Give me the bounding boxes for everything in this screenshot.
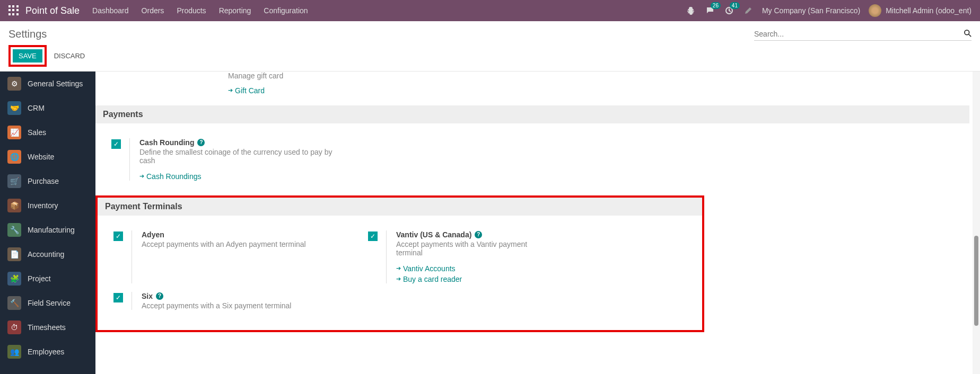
sidebar-item-crm[interactable]: 🤝 CRM	[0, 96, 95, 120]
sidebar-item-website[interactable]: 🌐 Website	[0, 145, 95, 169]
apps-icon[interactable]	[8, 5, 19, 16]
search-box[interactable]	[754, 28, 972, 41]
vantiv-checkbox[interactable]: ✓	[368, 231, 378, 241]
settings-content: Manage gift card Gift Card Payments ✓ Ca…	[95, 72, 980, 374]
debug-icon[interactable]	[686, 5, 696, 16]
tools-icon[interactable]	[743, 5, 754, 16]
puzzle-icon: 🧩	[7, 272, 21, 286]
service-icon: 🔨	[7, 296, 21, 310]
discard-button[interactable]: DISCARD	[49, 45, 91, 67]
sidebar-item-label: Inventory	[28, 201, 58, 210]
box-icon: 📦	[7, 199, 21, 212]
chat-icon[interactable]: 26	[705, 5, 715, 16]
top-navbar: Point of Sale Dashboard Orders Products …	[0, 0, 980, 21]
nav-dashboard[interactable]: Dashboard	[92, 6, 129, 15]
avatar	[869, 4, 881, 17]
terminals-section-header: Payment Terminals	[98, 198, 702, 216]
sidebar-item-employees[interactable]: 👥 Employees	[0, 340, 95, 364]
setting-six: ✓ Six ? Accept payments with a Six payme…	[103, 288, 357, 314]
vantiv-desc: Accept payments with a Vantiv payment te…	[396, 240, 548, 257]
setting-cash-rounding: ✓ Cash Rounding ? Define the smallest co…	[101, 134, 355, 185]
adyen-checkbox[interactable]: ✓	[113, 231, 123, 241]
sidebar-item-sales[interactable]: 📈 Sales	[0, 120, 95, 145]
cash-rounding-checkbox[interactable]: ✓	[111, 139, 121, 149]
search-icon[interactable]	[964, 30, 972, 39]
settings-sidebar: ⚙ General Settings 🤝 CRM 📈 Sales 🌐 Websi…	[0, 72, 95, 374]
sidebar-item-label: Project	[28, 274, 51, 283]
gift-card-desc: Manage gift card	[228, 72, 953, 80]
sidebar-item-project[interactable]: 🧩 Project	[0, 266, 95, 291]
sidebar-item-label: General Settings	[28, 79, 83, 88]
nav-orders[interactable]: Orders	[142, 6, 164, 15]
payments-section-header: Payments	[95, 105, 969, 123]
sidebar-item-inventory[interactable]: 📦 Inventory	[0, 193, 95, 218]
cash-rounding-desc: Define the smallest coinage of the curre…	[139, 148, 345, 165]
sidebar-item-general[interactable]: ⚙ General Settings	[0, 72, 95, 96]
main-wrap: ⚙ General Settings 🤝 CRM 📈 Sales 🌐 Websi…	[0, 72, 980, 374]
buy-card-reader-link[interactable]: Buy a card reader	[396, 275, 548, 283]
sidebar-item-purchase[interactable]: 🛒 Purchase	[0, 169, 95, 193]
adyen-title: Adyen	[142, 230, 164, 239]
nav-right: 26 41 My Company (San Francisco) Mitchel…	[686, 4, 972, 17]
user-name: Mitchell Admin (odoo_ent)	[886, 6, 972, 15]
nav-products[interactable]: Products	[177, 6, 206, 15]
sidebar-item-label: Timesheets	[28, 323, 66, 332]
wrench-icon: 🔧	[7, 223, 21, 237]
search-input[interactable]	[754, 28, 964, 40]
gear-icon: ⚙	[7, 77, 21, 91]
sidebar-item-timesheets[interactable]: ⏱ Timesheets	[0, 315, 95, 340]
vantiv-title: Vantiv (US & Canada)	[396, 230, 471, 239]
gift-card-link[interactable]: Gift Card	[228, 86, 265, 95]
document-icon: 📄	[7, 247, 21, 261]
subheader: Settings SAVE DISCARD	[0, 21, 980, 72]
help-icon[interactable]: ?	[197, 139, 205, 146]
chart-icon: 📈	[7, 126, 21, 139]
setting-adyen: ✓ Adyen Accept payments with an Adyen pa…	[103, 226, 357, 288]
cash-roundings-link[interactable]: Cash Roundings	[139, 172, 345, 181]
app-title[interactable]: Point of Sale	[25, 5, 80, 16]
setting-vantiv: ✓ Vantiv (US & Canada) ? Accept payments…	[357, 226, 559, 288]
handshake-icon: 🤝	[7, 101, 21, 115]
activity-icon[interactable]: 41	[724, 5, 734, 16]
six-desc: Accept payments with a Six payment termi…	[142, 301, 347, 310]
sidebar-item-label: Accounting	[28, 250, 64, 259]
sidebar-item-label: CRM	[28, 104, 45, 112]
sidebar-item-label: Website	[28, 153, 54, 161]
clock-icon: ⏱	[7, 320, 21, 334]
cart-icon: 🛒	[7, 174, 21, 188]
cash-rounding-title: Cash Rounding	[139, 138, 194, 147]
save-highlight-box: SAVE	[8, 45, 47, 67]
adyen-desc: Accept payments with an Adyen payment te…	[142, 240, 347, 248]
sidebar-item-label: Employees	[28, 348, 64, 356]
sidebar-item-label: Manufacturing	[28, 226, 75, 234]
save-button[interactable]: SAVE	[13, 49, 42, 63]
sidebar-item-label: Field Service	[28, 299, 71, 307]
page-title: Settings	[8, 28, 47, 40]
company-selector[interactable]: My Company (San Francisco)	[762, 6, 860, 15]
six-title: Six	[142, 292, 153, 300]
people-icon: 👥	[7, 345, 21, 359]
svg-point-1	[965, 30, 969, 34]
nav-reporting[interactable]: Reporting	[219, 6, 251, 15]
chat-badge: 26	[711, 2, 721, 9]
sidebar-item-label: Purchase	[28, 177, 59, 185]
help-icon[interactable]: ?	[475, 231, 482, 238]
activity-badge: 41	[730, 2, 740, 9]
sidebar-item-field-service[interactable]: 🔨 Field Service	[0, 291, 95, 315]
nav-menu: Dashboard Orders Products Reporting Conf…	[92, 6, 308, 15]
scrollbar-track[interactable]	[973, 72, 980, 374]
help-icon[interactable]: ?	[156, 292, 163, 300]
six-checkbox[interactable]: ✓	[113, 293, 123, 302]
sidebar-item-manufacturing[interactable]: 🔧 Manufacturing	[0, 218, 95, 242]
sidebar-item-label: Sales	[28, 128, 46, 137]
globe-icon: 🌐	[7, 150, 21, 164]
sidebar-item-accounting[interactable]: 📄 Accounting	[0, 242, 95, 266]
nav-configuration[interactable]: Configuration	[264, 6, 308, 15]
vantiv-accounts-link[interactable]: Vantiv Accounts	[396, 264, 548, 273]
user-menu[interactable]: Mitchell Admin (odoo_ent)	[869, 4, 972, 17]
terminals-highlight-box: Payment Terminals ✓ Adyen Accept payment…	[95, 195, 704, 332]
scrollbar-thumb[interactable]	[974, 236, 978, 326]
